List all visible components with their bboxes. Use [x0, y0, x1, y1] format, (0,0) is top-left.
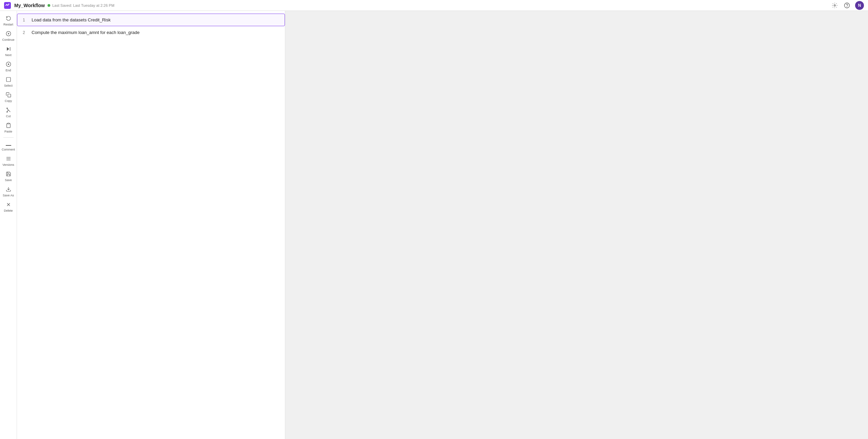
- svg-point-14: [6, 108, 7, 109]
- versions-icon: [6, 156, 11, 162]
- svg-line-16: [7, 110, 8, 111]
- save-label: Save: [5, 178, 12, 182]
- sidebar-divider-1: [3, 137, 14, 138]
- step-1-number: 1: [23, 18, 28, 22]
- restart-icon: [6, 16, 11, 22]
- cut-icon: [6, 107, 11, 114]
- save-icon: [6, 171, 11, 178]
- versions-label: Versions: [2, 163, 14, 166]
- step-2-text: Compute the maximum loan_amnt for each l…: [32, 30, 140, 35]
- sidebar-item-save[interactable]: Save: [1, 169, 16, 184]
- main-area: 1 Load data from the datasets Credit_Ris…: [17, 11, 868, 439]
- sidebar-item-restart[interactable]: Restart: [1, 14, 16, 28]
- step-row-2[interactable]: 2 Compute the maximum loan_amnt for each…: [17, 26, 285, 39]
- delete-label: Delete: [4, 209, 13, 212]
- help-button[interactable]: [843, 1, 851, 10]
- left-sidebar: Restart Continue Next: [0, 11, 17, 439]
- svg-marker-6: [8, 33, 9, 34]
- select-icon: [6, 77, 11, 83]
- select-label: Select: [4, 84, 13, 87]
- end-icon: [6, 62, 11, 68]
- save-as-label: Save As: [3, 194, 14, 197]
- saved-indicator-dot: [48, 4, 50, 7]
- svg-marker-7: [7, 47, 9, 51]
- workflow-title: My_Workflow: [14, 3, 45, 8]
- sidebar-item-end[interactable]: End: [1, 59, 16, 74]
- topbar: My_Workflow Last Saved: Last Tuesday at …: [0, 0, 868, 11]
- app-layout: Restart Continue Next: [0, 0, 868, 439]
- sidebar-item-save-as[interactable]: Save As: [1, 185, 16, 199]
- copy-label: Copy: [5, 99, 12, 103]
- sidebar-item-delete[interactable]: Delete: [1, 200, 16, 214]
- right-panel: [285, 11, 868, 439]
- user-avatar[interactable]: N: [855, 1, 864, 10]
- sidebar-item-comment[interactable]: Comment: [1, 140, 16, 153]
- sidebar-item-versions[interactable]: Versions: [1, 154, 16, 169]
- sidebar-item-paste[interactable]: Paste: [1, 121, 16, 135]
- sidebar-item-cut[interactable]: Cut: [1, 105, 16, 120]
- svg-rect-11: [6, 77, 11, 82]
- continue-icon: [6, 31, 11, 37]
- saved-timestamp: Last Saved: Last Tuesday at 2:26 PM: [52, 3, 114, 7]
- cut-label: Cut: [6, 115, 11, 118]
- next-icon: [6, 46, 11, 53]
- step-1-text: Load data from the datasets Credit_Risk: [32, 17, 111, 22]
- sidebar-item-select[interactable]: Select: [1, 75, 16, 89]
- svg-point-1: [8, 3, 10, 4]
- svg-rect-17: [7, 123, 9, 124]
- svg-point-10: [8, 64, 9, 65]
- app-logo: [4, 2, 11, 9]
- comment-label: Comment: [2, 148, 15, 151]
- comment-icon: [6, 142, 11, 147]
- restart-label: Restart: [3, 23, 13, 26]
- sidebar-item-continue[interactable]: Continue: [1, 29, 16, 43]
- steps-panel: 1 Load data from the datasets Credit_Ris…: [17, 11, 285, 439]
- paste-icon: [6, 123, 11, 129]
- sidebar-item-next[interactable]: Next: [1, 44, 16, 59]
- save-as-icon: [6, 187, 11, 193]
- svg-point-2: [834, 4, 836, 6]
- svg-point-3: [845, 3, 850, 8]
- delete-icon: [6, 202, 11, 208]
- copy-icon: [6, 92, 11, 99]
- sidebar-item-copy[interactable]: Copy: [1, 90, 16, 105]
- svg-point-4: [847, 6, 847, 7]
- svg-point-13: [6, 111, 7, 112]
- svg-rect-12: [8, 94, 11, 97]
- step-2-number: 2: [23, 30, 28, 35]
- end-label: End: [5, 69, 11, 72]
- svg-line-15: [7, 109, 10, 112]
- step-row-1[interactable]: 1 Load data from the datasets Credit_Ris…: [17, 14, 285, 26]
- continue-label: Continue: [2, 38, 14, 41]
- settings-button[interactable]: [831, 1, 839, 10]
- topbar-actions: N: [831, 1, 864, 10]
- next-label: Next: [5, 53, 12, 57]
- paste-label: Paste: [4, 130, 12, 133]
